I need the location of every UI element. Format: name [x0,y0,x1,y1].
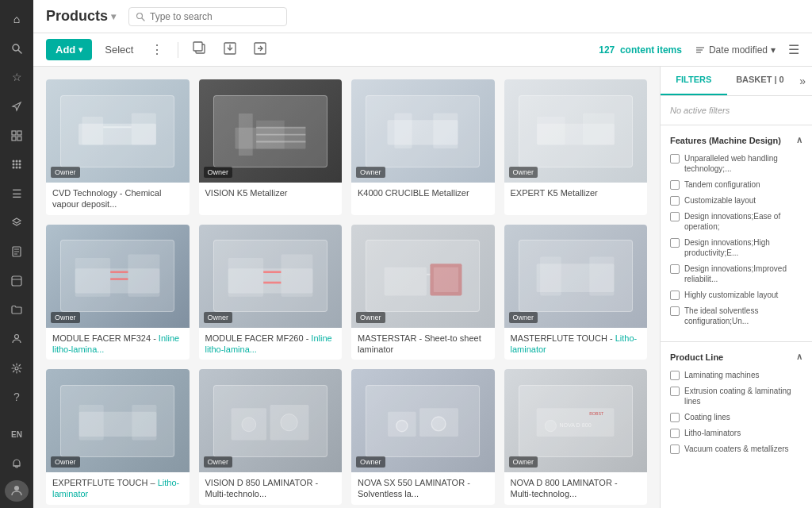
sidebar-settings-icon[interactable] [2,355,31,381]
sidebar-layers-icon[interactable] [2,210,31,236]
product-line-section-header[interactable]: Product Line ∧ [670,352,802,362]
filter-checkbox[interactable] [670,387,680,396]
more-options-button[interactable]: ⋮ [146,39,168,60]
filter-checkbox[interactable] [670,371,680,380]
sidebar-grid-icon[interactable] [2,122,31,148]
sidebar-search-icon[interactable] [2,36,31,62]
filter-checkbox[interactable] [670,291,680,300]
machine-illustration [366,240,480,312]
sidebar-question-icon[interactable]: ? [2,384,31,410]
product-card[interactable]: Owner MASTERFLUTE TOUCH - Litho-laminato… [504,225,648,360]
product-title: MODULE FACER MF260 - Inline litho-lamina… [199,328,343,360]
sidebar-avatar-icon[interactable] [5,480,29,502]
sort-icon [695,44,706,56]
sidebar-folder-icon[interactable] [2,297,31,323]
filter-checkbox[interactable] [670,306,680,316]
machine-design-section-header[interactable]: Features (Machine Design) ∧ [670,135,802,145]
machine-illustration [60,95,174,167]
filter-item[interactable]: Coating lines [670,412,802,422]
svg-point-14 [19,167,21,169]
filter-item[interactable]: Litho-laminators [670,428,802,438]
sidebar-apps-icon[interactable] [2,152,31,178]
filter-checkbox[interactable] [670,444,680,454]
search-input[interactable] [150,11,277,22]
filter-checkbox[interactable] [670,238,680,248]
filter-checkbox[interactable] [670,154,680,164]
owner-badge: Owner [51,456,80,468]
product-card[interactable]: Owner MODULE FACER MF324 - Inline litho-… [46,225,190,360]
filter-item[interactable]: Vacuum coaters & metallizers [670,444,802,454]
product-card[interactable]: Owner EXPERTFLUTE TOUCH – Litho-laminato… [46,369,190,505]
filter-checkbox[interactable] [670,180,680,190]
product-card[interactable]: NOVA D 800 BOBST Owner NOVA D 800 LAMINA… [504,369,648,505]
sort-button[interactable]: Date modified ▾ [688,41,782,59]
owner-badge: Owner [356,312,385,323]
product-card[interactable]: Owner K4000 CRUCIBLE Metallizer [351,79,495,215]
sidebar-send-icon[interactable] [2,94,31,120]
product-card[interactable]: Owner MASTERSTAR - Sheet-to sheet lamina… [351,225,495,360]
owner-badge: Owner [204,456,233,468]
sidebar-language-icon[interactable]: EN [2,422,31,448]
search-box[interactable] [128,7,287,26]
machine-illustration [519,240,633,312]
sidebar: ⌂ ☆ ☰ [0,0,33,508]
filter-checkbox[interactable] [670,212,680,221]
sidebar-document-icon[interactable] [2,239,31,265]
svg-point-0 [13,44,19,51]
view-grid-button[interactable]: ☰ [788,42,799,57]
filter-item[interactable]: Design innovations;Ease of operation; [670,211,802,232]
filter-item[interactable]: Extrusion coating & laminating lines [670,386,802,406]
svg-point-21 [15,334,19,338]
sidebar-bell-icon[interactable] [2,451,31,477]
filter-checkbox[interactable] [670,196,680,206]
product-line-collapse-icon: ∧ [796,352,802,362]
select-button[interactable]: Select [98,39,140,60]
download-icon-button[interactable] [218,38,242,62]
copy-icon-button[interactable] [188,38,212,62]
filter-checkbox[interactable] [670,264,680,274]
filter-item[interactable]: The ideal solventless configuration;Un..… [670,306,802,326]
product-card[interactable]: Owner NOVA SX 550 LAMINATOR - Solventles… [351,369,495,505]
filter-label: Design innovations;Ease of operation; [684,211,802,232]
sort-label: Date modified [709,44,768,56]
sidebar-list-icon[interactable]: ☰ [2,181,31,207]
svg-point-7 [16,160,18,163]
product-line-filter-section: Product Line ∧ Laminating machines Extru… [661,341,812,469]
expand-panel-icon[interactable]: » [793,67,812,95]
filter-item[interactable]: Tandem configuration [670,179,802,190]
filter-label: Design innovations;Improved reliabilit..… [684,264,802,284]
product-card[interactable]: Owner VISION D 850 LAMINATOR - Multi-tec… [199,369,343,505]
product-thumbnail: Owner [46,225,190,328]
owner-badge: Owner [356,456,385,468]
filter-checkbox[interactable] [670,429,680,438]
filter-item[interactable]: Highly customizable layout [670,290,802,300]
filter-checkbox[interactable] [670,413,680,422]
add-button[interactable]: Add ▾ [46,39,92,60]
product-card[interactable]: Owner VISION K5 Metallizer [199,79,343,215]
svg-rect-68 [79,405,103,440]
filter-item[interactable]: Design innovations;Improved reliabilit..… [670,264,802,284]
sidebar-star-icon[interactable]: ☆ [2,64,31,90]
owner-badge: Owner [356,167,385,178]
content-label: content items [620,44,682,56]
filter-item[interactable]: Laminating machines [670,370,802,380]
filters-tab[interactable]: FILTERS [661,67,727,95]
machine-illustration: NOVA D 800 BOBST [519,385,633,457]
sidebar-home-icon[interactable]: ⌂ [2,6,31,33]
product-card[interactable]: Owner EXPERT K5 Metallizer [504,79,648,215]
share-icon-button[interactable] [248,38,272,62]
product-card[interactable]: Owner MODULE FACER MF260 - Inline litho-… [199,225,343,360]
product-thumbnail: Owner [351,225,495,328]
basket-tab[interactable]: BASKET | 0 [727,67,794,95]
svg-point-11 [19,164,21,166]
filter-item[interactable]: Customizable layout [670,195,802,206]
sidebar-users-icon[interactable] [2,326,31,352]
svg-rect-69 [132,405,156,440]
sidebar-tag-icon[interactable] [2,267,31,294]
filter-item[interactable]: Unparalleled web handling technology;... [670,153,802,174]
svg-rect-5 [17,137,21,140]
svg-rect-4 [12,137,16,140]
product-card[interactable]: Owner CVD Technology - Chemical vapour d… [46,79,190,215]
svg-point-6 [13,160,15,163]
filter-item[interactable]: Design innovations;High productivity;E..… [670,237,802,258]
